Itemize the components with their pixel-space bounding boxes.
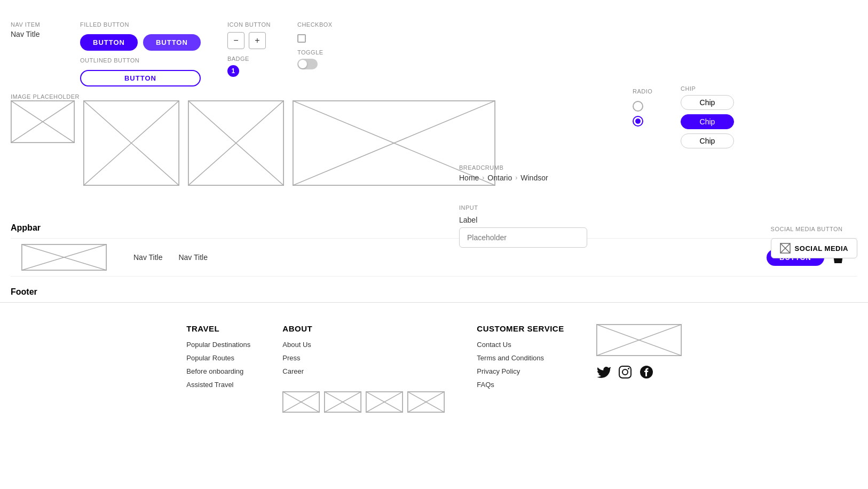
image-placeholder-medium-2 — [188, 100, 284, 186]
breadcrumb-home[interactable]: Home — [459, 173, 479, 182]
footer-social-icons — [596, 365, 654, 383]
footer-app-images — [282, 391, 445, 413]
footer-travel-link-2[interactable]: Popular Routes — [186, 354, 250, 362]
breadcrumb-arrow-2: › — [515, 174, 517, 182]
footer-cs-link-2[interactable]: Terms and Conditions — [477, 354, 564, 362]
footer-customer-service-title: CUSTOMER SERVICE — [477, 324, 564, 333]
svg-point-35 — [628, 368, 629, 369]
input-field-label: Label — [459, 216, 587, 224]
input-section-label: INPUT — [459, 204, 478, 211]
radio-circle-1[interactable] — [633, 101, 643, 112]
breadcrumb-section: BREADCRUMB Home › Ontario › Windsor — [459, 163, 548, 182]
footer-travel-link-4[interactable]: Assisted Travel — [186, 381, 250, 389]
chips-group: Chip Chip Chip — [681, 95, 734, 148]
icon-button-label: ICON BUTTON — [227, 21, 271, 28]
checkbox-toggle-group: CHECKBOX TOGGLE — [297, 21, 333, 69]
footer-travel-title: TRAVEL — [186, 324, 250, 333]
social-media-button-section: SOCIAL MEDIA BUTTON SOCIAL MEDIA — [771, 224, 857, 258]
footer-label: Footer — [0, 287, 868, 302]
footer-travel-col: TRAVEL Popular Destinations Popular Rout… — [186, 324, 250, 413]
page: NAV ITEM Nav Title Filled Button BUTTON … — [0, 0, 868, 489]
footer-app-img-2[interactable] — [324, 391, 361, 413]
footer-about-link-2[interactable]: Press — [282, 354, 445, 362]
chips-section-label: Chip — [681, 85, 696, 92]
filled-button-label: Filled Button — [80, 21, 201, 28]
chip-1[interactable]: Chip — [681, 95, 734, 110]
image-placeholder-small — [11, 100, 75, 143]
badge-label: BADGE — [227, 56, 271, 62]
minus-icon: − — [233, 36, 238, 45]
icon-button-plus[interactable]: + — [249, 32, 266, 49]
nav-item-section-label: NAV ITEM — [11, 21, 53, 28]
outlined-button-label: Outlined Button — [80, 57, 201, 64]
footer-about-title: ABOUT — [282, 324, 445, 333]
badge-group: BADGE 1 — [227, 56, 271, 77]
breadcrumb-arrow-1: › — [482, 174, 484, 182]
toggle-track[interactable] — [297, 59, 318, 69]
svg-rect-33 — [619, 366, 631, 378]
chip-2[interactable]: Chip — [681, 114, 734, 129]
social-media-icon — [780, 243, 791, 254]
filled-buttons-row: BUTTON BUTTON — [80, 34, 201, 51]
facebook-icon[interactable] — [639, 365, 654, 383]
footer-travel-link-1[interactable]: Popular Destinations — [186, 341, 250, 349]
icon-button-minus[interactable]: − — [227, 32, 244, 49]
outlined-button[interactable]: BUTTON — [80, 70, 201, 86]
footer-app-img-3[interactable] — [366, 391, 403, 413]
footer-about-link-1[interactable]: About Us — [282, 341, 445, 349]
footer-about-link-3[interactable]: Career — [282, 367, 445, 375]
radio-circle-2[interactable] — [633, 116, 643, 127]
input-field[interactable] — [459, 227, 587, 248]
appbar-nav-2[interactable]: Nav Title — [178, 253, 207, 262]
chips-section: Chip Chip Chip Chip — [681, 85, 734, 148]
icon-btn-row: − + — [227, 32, 271, 49]
filled-button-2[interactable]: BUTTON — [143, 34, 201, 51]
toggle-thumb — [298, 60, 307, 68]
plus-icon: + — [255, 36, 259, 45]
footer-logo — [596, 324, 682, 356]
footer-cs-link-4[interactable]: FAQs — [477, 381, 564, 389]
appbar-nav-1[interactable]: Nav Title — [133, 253, 162, 262]
breadcrumb-section-label: BREADCRUMB — [459, 164, 503, 171]
footer-travel-link-3[interactable]: Before onboarding — [186, 367, 250, 375]
footer-app-img-4[interactable] — [407, 391, 445, 413]
toggle-label: TOGGLE — [297, 49, 333, 56]
social-media-button[interactable]: SOCIAL MEDIA — [771, 238, 857, 258]
checkbox-box[interactable] — [297, 34, 306, 43]
footer-section: Footer TRAVEL Popular Destinations Popul… — [0, 287, 868, 434]
footer-logo-social — [596, 324, 682, 413]
breadcrumb-row: Home › Ontario › Windsor — [459, 173, 548, 182]
twitter-icon[interactable] — [596, 365, 611, 383]
footer-cs-link-1[interactable]: Contact Us — [477, 341, 564, 349]
appbar-logo[interactable] — [21, 244, 107, 271]
input-section: INPUT Label — [459, 203, 587, 248]
image-placeholder-medium — [83, 100, 179, 186]
footer-cs-link-3[interactable]: Privacy Policy — [477, 367, 564, 375]
breadcrumb-ontario[interactable]: Ontario — [487, 173, 512, 182]
appbar-nav: Nav Title Nav Title — [133, 253, 751, 262]
nav-item-group: NAV ITEM Nav Title — [11, 21, 53, 38]
filled-button-1[interactable]: BUTTON — [80, 34, 138, 51]
svg-point-34 — [622, 369, 628, 375]
icon-button-group: ICON BUTTON − + BADGE 1 — [227, 21, 271, 77]
footer-content: TRAVEL Popular Destinations Popular Rout… — [0, 303, 868, 434]
chip-3[interactable]: Chip — [681, 133, 734, 148]
social-media-button-label: SOCIAL MEDIA BUTTON — [771, 226, 843, 232]
nav-item-title[interactable]: Nav Title — [11, 30, 53, 38]
footer-app-img-1[interactable] — [282, 391, 320, 413]
instagram-icon[interactable] — [618, 365, 633, 383]
breadcrumb-windsor[interactable]: Windsor — [520, 173, 548, 182]
appbar-section: Appbar Nav Title Nav Title BUTTON — [0, 212, 868, 277]
badge-count: 1 — [227, 65, 239, 77]
checkbox-row[interactable] — [297, 34, 333, 43]
footer-customer-service-col: CUSTOMER SERVICE Contact Us Terms and Co… — [477, 324, 564, 413]
buttons-group: Filled Button BUTTON BUTTON Outlined But… — [80, 21, 201, 86]
checkbox-label: CHECKBOX — [297, 21, 333, 28]
appbar-section-label: Appbar — [11, 223, 857, 233]
image-placeholder-label: IMAGE PLACEHOLDER — [11, 93, 80, 100]
input-wrapper: Label — [459, 216, 587, 248]
social-media-button-text: SOCIAL MEDIA — [795, 244, 848, 253]
footer-about-col: ABOUT About Us Press Career — [282, 324, 445, 413]
toggle-container: TOGGLE — [297, 49, 333, 69]
components-row-1: NAV ITEM Nav Title Filled Button BUTTON … — [0, 0, 868, 92]
